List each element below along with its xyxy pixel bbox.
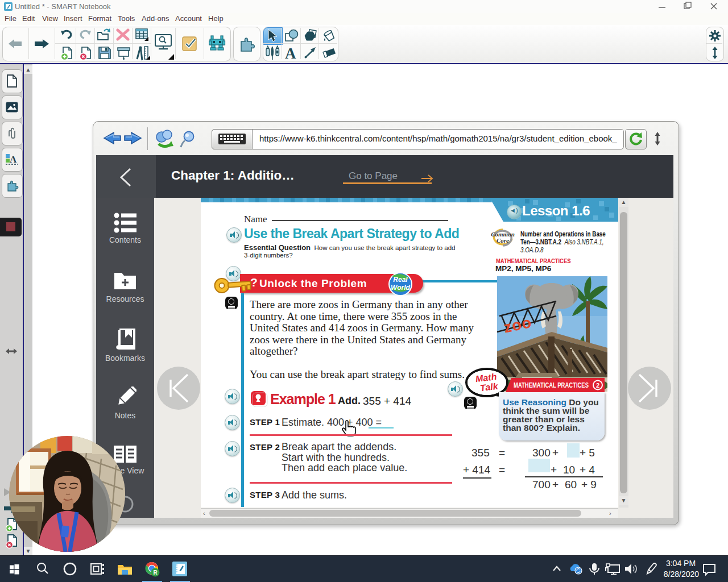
svg-text:Real: Real <box>393 276 408 284</box>
svg-text:A: A <box>10 154 17 165</box>
svg-text:R: R <box>153 569 158 576</box>
svg-text:MATHEMATICAL PRACTICES: MATHEMATICAL PRACTICES <box>514 381 589 389</box>
svg-text:Core: Core <box>497 237 509 244</box>
svg-text:2: 2 <box>596 382 599 389</box>
svg-text:World: World <box>391 284 410 292</box>
